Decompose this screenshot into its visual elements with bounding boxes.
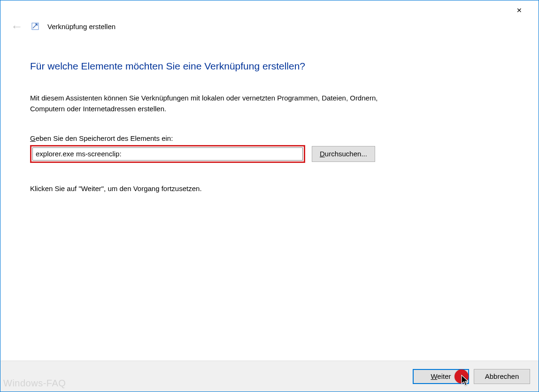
location-input-highlight (30, 145, 305, 163)
header-row: ← Verknüpfung erstellen (0, 19, 539, 33)
content-area: Für welche Elemente möchten Sie eine Ver… (0, 33, 539, 192)
wizard-title: Verknüpfung erstellen (47, 23, 116, 31)
browse-button[interactable]: Durchsuchen... (312, 146, 375, 162)
wizard-description: Mit diesem Assistenten können Sie Verknü… (30, 92, 387, 115)
back-arrow-icon: ← (11, 20, 23, 32)
page-heading: Für welche Elemente möchten Sie eine Ver… (30, 61, 509, 72)
titlebar (0, 0, 539, 19)
location-label: Geben Sie den Speicherort des Elements e… (30, 134, 509, 142)
continue-hint: Klicken Sie auf "Weiter", um den Vorgang… (30, 184, 509, 192)
close-icon (516, 6, 522, 14)
cancel-button[interactable]: Abbrechen (474, 369, 530, 384)
footer: Weiter Abbrechen (0, 361, 539, 392)
next-button[interactable]: Weiter (413, 369, 469, 384)
close-button[interactable] (508, 3, 530, 17)
location-input-row: Durchsuchen... (30, 145, 509, 163)
location-input[interactable] (32, 147, 303, 161)
shortcut-icon (31, 23, 39, 30)
